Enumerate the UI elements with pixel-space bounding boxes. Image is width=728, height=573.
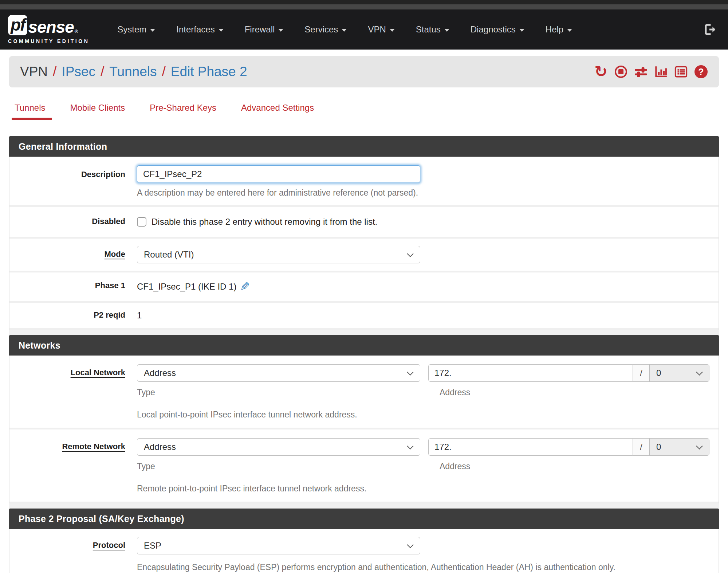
nav-item-interfaces[interactable]: Interfaces — [166, 19, 234, 40]
field-mode: Mode Routed (VTI) — [9, 239, 719, 272]
question-circle-icon[interactable] — [694, 65, 708, 79]
field-remote-network: Remote Network Address / 0 Type Address — [9, 429, 719, 503]
description-label: Description — [9, 165, 137, 198]
mode-label: Mode — [9, 246, 137, 263]
nav-item-help[interactable]: Help — [535, 19, 583, 40]
disabled-checkbox[interactable] — [137, 217, 146, 227]
list-icon[interactable] — [674, 65, 688, 79]
field-protocol: Protocol ESP Encapsulating Security Payl… — [9, 529, 719, 573]
remote-network-help: Remote point-to-point IPsec interface tu… — [137, 484, 709, 494]
nav-menu: System Interfaces Firewall Services VPN … — [107, 19, 703, 40]
p2-reqid-value: 1 — [137, 310, 142, 320]
local-network-address-input[interactable] — [428, 364, 633, 382]
caret-down-icon — [567, 29, 572, 32]
nav-item-diagnostics[interactable]: Diagnostics — [460, 19, 535, 40]
caret-down-icon — [150, 29, 155, 32]
nav-item-status[interactable]: Status — [405, 19, 460, 40]
field-p2-reqid: P2 reqid 1 — [9, 303, 719, 330]
description-input[interactable] — [137, 165, 420, 183]
nav-item-vpn[interactable]: VPN — [357, 19, 405, 40]
breadcrumb-separator: / — [53, 64, 56, 79]
protocol-label: Protocol — [9, 537, 137, 572]
breadcrumb-tunnels[interactable]: Tunnels — [109, 64, 157, 79]
local-address-caption: Address — [440, 388, 470, 397]
nav-item-firewall[interactable]: Firewall — [234, 19, 294, 40]
breadcrumb-separator: / — [162, 64, 165, 79]
panel-general-information: General Information Description A descri… — [9, 136, 719, 330]
nav-item-services[interactable]: Services — [294, 19, 357, 40]
panel-divider — [9, 330, 719, 335]
phase1-label: Phase 1 — [9, 280, 137, 294]
slash-addon: / — [633, 364, 650, 382]
top-navbar: pf sense ® COMMUNITY EDITION System Inte… — [0, 9, 728, 50]
sign-out-icon[interactable] — [703, 23, 717, 36]
description-help: A description may be entered here for ad… — [137, 188, 709, 198]
panel-phase2-proposal: Phase 2 Proposal (SA/Key Exchange) Proto… — [9, 509, 719, 573]
panel-title: Networks — [9, 335, 719, 356]
bar-chart-icon[interactable] — [654, 65, 668, 79]
slash-addon: / — [633, 438, 650, 456]
caret-down-icon — [342, 29, 347, 32]
pencil-icon[interactable] — [240, 280, 250, 294]
caret-down-icon — [519, 29, 524, 32]
window-title-strip — [0, 4, 728, 9]
phase1-value: CF1_IPsec_P1 (IKE ID 1) — [137, 282, 236, 292]
field-phase1: Phase 1 CF1_IPsec_P1 (IKE ID 1) — [9, 272, 719, 303]
protocol-select[interactable]: ESP — [137, 537, 420, 554]
tab-bar: Tunnels Mobile Clients Pre-Shared Keys A… — [15, 103, 728, 120]
panel-divider — [9, 503, 719, 509]
remote-network-type-select[interactable]: Address — [137, 438, 420, 456]
breadcrumb-ipsec[interactable]: IPsec — [62, 64, 95, 79]
remote-network-prefix-select[interactable]: 0 — [650, 438, 709, 456]
nav-item-system[interactable]: System — [107, 19, 166, 40]
p2-reqid-label: P2 reqid — [9, 310, 137, 321]
local-network-label: Local Network — [9, 364, 137, 420]
logo-sense-text: sense — [28, 19, 74, 35]
caret-down-icon — [444, 29, 449, 32]
panel-title: General Information — [9, 136, 719, 157]
protocol-help: Encapsulating Security Payload (ESP) per… — [137, 562, 709, 572]
disabled-checkbox-label: Disable this phase 2 entry without remov… — [151, 217, 377, 227]
registered-mark: ® — [75, 29, 78, 35]
stop-circle-icon[interactable] — [614, 65, 628, 79]
refresh-icon[interactable]: ↻ — [594, 65, 608, 79]
remote-network-address-input[interactable] — [428, 438, 633, 456]
local-type-caption: Type — [137, 388, 420, 397]
tab-mobile-clients[interactable]: Mobile Clients — [70, 103, 125, 120]
remote-type-caption: Type — [137, 462, 420, 471]
remote-network-label: Remote Network — [9, 438, 137, 494]
window-top-strip — [0, 0, 728, 4]
breadcrumb-separator: / — [101, 64, 104, 79]
pfsense-app: pf sense ® COMMUNITY EDITION System Inte… — [0, 0, 728, 573]
logo-pf-text: pf — [11, 15, 25, 34]
panel-title: Phase 2 Proposal (SA/Key Exchange) — [9, 509, 719, 529]
sliders-icon[interactable] — [634, 65, 648, 79]
local-network-help: Local point-to-point IPsec interface tun… — [137, 410, 709, 420]
local-network-type-select[interactable]: Address — [137, 364, 420, 382]
field-local-network: Local Network Address / 0 Type Address — [9, 356, 719, 429]
disabled-label: Disabled — [9, 217, 137, 227]
logo-pf-badge: pf — [8, 15, 27, 35]
panel-networks: Networks Local Network Address / 0 Type — [9, 335, 719, 503]
caret-down-icon — [390, 29, 395, 32]
breadcrumb-edit-phase-2[interactable]: Edit Phase 2 — [171, 64, 247, 79]
local-network-prefix-select[interactable]: 0 — [650, 364, 709, 382]
caret-down-icon — [278, 29, 283, 32]
tab-pre-shared-keys[interactable]: Pre-Shared Keys — [150, 103, 216, 120]
tab-advanced-settings[interactable]: Advanced Settings — [241, 103, 314, 120]
mode-select[interactable]: Routed (VTI) — [137, 246, 420, 263]
field-disabled: Disabled Disable this phase 2 entry with… — [9, 207, 719, 239]
breadcrumb: VPN / IPsec / Tunnels / Edit Phase 2 — [20, 64, 247, 79]
caret-down-icon — [219, 29, 224, 32]
pfsense-logo[interactable]: pf sense ® COMMUNITY EDITION — [8, 15, 89, 44]
field-description: Description A description may be entered… — [9, 157, 719, 207]
breadcrumb-bar: VPN / IPsec / Tunnels / Edit Phase 2 ↻ — [9, 56, 719, 87]
remote-address-caption: Address — [440, 462, 470, 471]
breadcrumb-vpn: VPN — [20, 64, 48, 79]
tab-tunnels[interactable]: Tunnels — [15, 103, 46, 120]
page-action-icons: ↻ — [594, 65, 708, 79]
logo-subtitle: COMMUNITY EDITION — [8, 38, 89, 44]
